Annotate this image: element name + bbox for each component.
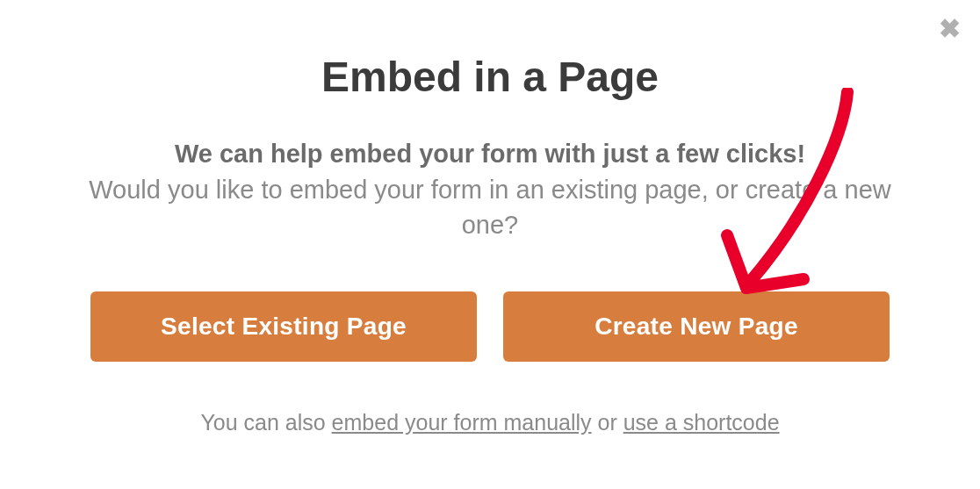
- sub-text: Would you like to embed your form in an …: [88, 172, 892, 243]
- embed-manually-link[interactable]: embed your form manually: [332, 410, 592, 435]
- footer-text: You can also embed your form manually or…: [88, 410, 892, 435]
- create-new-page-button[interactable]: Create New Page: [503, 291, 890, 362]
- embed-dialog: Embed in a Page We can help embed your f…: [0, 0, 980, 471]
- lead-text: We can help embed your form with just a …: [88, 136, 892, 172]
- use-shortcode-link[interactable]: use a shortcode: [623, 410, 780, 435]
- close-icon[interactable]: ✖: [939, 16, 961, 42]
- select-existing-page-button[interactable]: Select Existing Page: [90, 291, 477, 362]
- dialog-title: Embed in a Page: [88, 53, 892, 101]
- footer-prefix: You can also: [200, 410, 331, 435]
- footer-mid: or: [592, 410, 623, 435]
- button-row: Select Existing Page Create New Page: [88, 291, 892, 362]
